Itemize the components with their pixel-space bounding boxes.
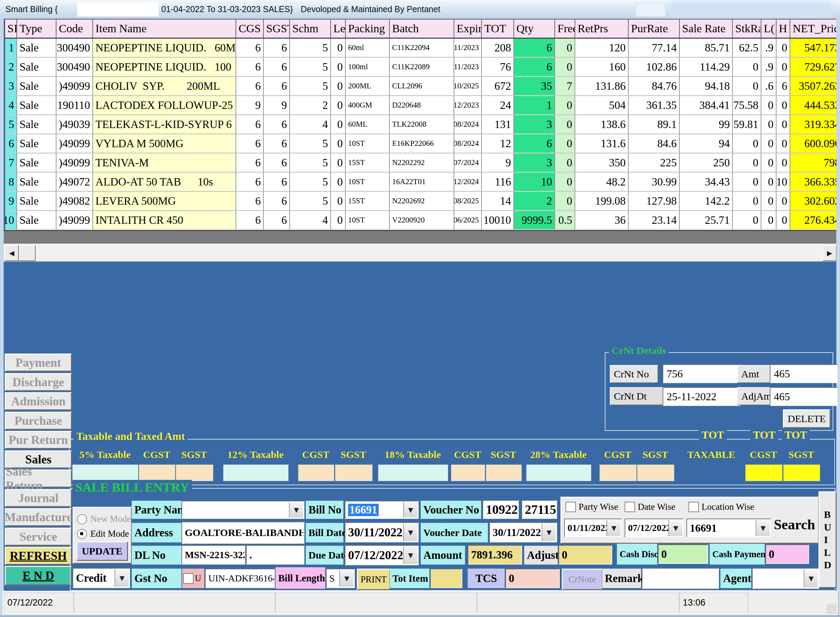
- grid-cell[interactable]: 59.81: [733, 115, 761, 134]
- amt-input[interactable]: 465: [770, 364, 838, 383]
- grid-cell[interactable]: 6: [236, 192, 264, 211]
- sidebar-item-pur-return[interactable]: Pur Return: [5, 431, 72, 449]
- grid-cell[interactable]: NEOPEPTINE LIQUID. 60M: [93, 38, 236, 58]
- grid-cell[interactable]: 84.76: [629, 77, 680, 96]
- grid-cell[interactable]: 6: [514, 58, 555, 77]
- grid-cell[interactable]: 5: [290, 58, 331, 77]
- grid-cell[interactable]: VYLDA M 500MG: [93, 134, 236, 154]
- grid-cell[interactable]: 11/2023: [454, 38, 482, 58]
- grid-cell[interactable]: 0.5: [555, 211, 575, 230]
- grid-cell[interactable]: )49039: [56, 115, 93, 134]
- date-wise-option[interactable]: Date Wise: [625, 502, 675, 512]
- chevron-down-icon[interactable]: ▼: [403, 546, 417, 564]
- grid-cell[interactable]: 300490: [56, 58, 93, 77]
- grid-cell[interactable]: 116: [482, 173, 514, 192]
- grid-cell[interactable]: 131.86: [575, 77, 629, 96]
- sidebar-item-service[interactable]: Service: [5, 528, 72, 546]
- grid-cell[interactable]: 9: [482, 154, 514, 173]
- sidebar-item-manufacture[interactable]: Manufacture: [5, 508, 72, 526]
- new-mode-radio[interactable]: [77, 514, 87, 524]
- print-button[interactable]: PRINT: [357, 568, 391, 590]
- location-wise-option[interactable]: Location Wise: [688, 502, 754, 512]
- column-header[interactable]: Sale Rate: [680, 19, 733, 38]
- grid-cell[interactable]: 0: [777, 154, 790, 173]
- grid-cell[interactable]: 4: [290, 211, 331, 230]
- tax-amount-box[interactable]: [745, 464, 783, 481]
- grid-cell[interactable]: 3: [5, 77, 17, 96]
- sidebar-item-discharge[interactable]: Discharge: [5, 373, 72, 391]
- tax-amount-box[interactable]: [298, 464, 335, 481]
- column-header[interactable]: SI: [5, 19, 17, 38]
- grid-cell[interactable]: 0: [761, 211, 777, 230]
- column-header[interactable]: StkRa: [733, 19, 761, 38]
- column-header[interactable]: Code: [56, 19, 93, 38]
- column-header[interactable]: RetPrs: [575, 19, 629, 38]
- column-header[interactable]: Type: [17, 19, 56, 38]
- address-input[interactable]: GOALTORE-BALIBANDH: [181, 521, 304, 544]
- grid-cell[interactable]: 36: [575, 211, 629, 230]
- grid-cell[interactable]: .6: [761, 77, 777, 96]
- grid-cell[interactable]: 6: [236, 115, 264, 134]
- grid-cell[interactable]: 2: [5, 58, 17, 77]
- grid-cell[interactable]: 0: [733, 58, 761, 77]
- grid-cell[interactable]: 6: [264, 211, 290, 230]
- update-button[interactable]: UPDATE: [76, 542, 128, 561]
- grid-cell[interactable]: 366.335: [790, 173, 840, 192]
- grid-cell[interactable]: 5: [5, 115, 17, 134]
- grid-cell[interactable]: 6: [236, 77, 264, 96]
- grid-cell[interactable]: 400GM: [346, 96, 390, 115]
- grid-cell[interactable]: 60ml: [346, 38, 390, 58]
- grid-cell[interactable]: 160: [575, 58, 629, 77]
- grid-cell[interactable]: 8: [5, 173, 17, 192]
- tax-amount-box[interactable]: [223, 464, 289, 481]
- date-wise-checkbox[interactable]: [625, 502, 635, 512]
- bill-no-dropdown[interactable]: 16691 ▼: [345, 501, 419, 519]
- grid-cell[interactable]: 5: [290, 77, 331, 96]
- grid-cell[interactable]: TLK22008: [390, 115, 454, 134]
- chevron-down-icon[interactable]: ▼: [756, 520, 770, 536]
- grid-cell[interactable]: 0: [555, 134, 575, 154]
- grid-cell[interactable]: 100ml: [346, 58, 390, 77]
- column-header[interactable]: L(: [761, 19, 777, 38]
- tax-amount-box[interactable]: [783, 464, 820, 481]
- grid-cell[interactable]: 0: [555, 38, 575, 58]
- chevron-down-icon[interactable]: ▼: [289, 502, 303, 518]
- grid-cell[interactable]: 10/2025: [454, 77, 482, 96]
- to-date-dropdown[interactable]: 07/12/2022 ▼: [625, 518, 684, 537]
- grid-cell[interactable]: 6: [514, 134, 555, 154]
- grid-cell[interactable]: Sale: [17, 192, 56, 211]
- end-button[interactable]: E N D: [5, 566, 72, 585]
- gst-no-input[interactable]: UIN-ADKF36164: [205, 568, 275, 588]
- chevron-down-icon[interactable]: ▼: [804, 569, 818, 587]
- grid-cell[interactable]: 23.14: [629, 211, 680, 230]
- grid-cell[interactable]: 0: [761, 192, 777, 211]
- scroll-thumb[interactable]: [19, 245, 35, 261]
- bill-length-dropdown[interactable]: S ▼: [326, 568, 355, 588]
- table-row[interactable]: 5Sale)49039TELEKAST-L-KID-SYRUP 6664060M…: [5, 115, 840, 134]
- grid-cell[interactable]: 0: [331, 58, 346, 77]
- grid-cell[interactable]: 0: [777, 96, 790, 115]
- grid-cell[interactable]: 6: [264, 77, 290, 96]
- edit-mode-radio[interactable]: [77, 529, 87, 539]
- tax-amount-box[interactable]: [176, 464, 214, 481]
- grid-cell[interactable]: 4: [290, 115, 331, 134]
- grid-cell[interactable]: )49082: [56, 192, 93, 211]
- bill-date-dropdown[interactable]: 30/11/2022 ▼: [345, 522, 419, 542]
- location-wise-checkbox[interactable]: [688, 502, 699, 512]
- grid-cell[interactable]: 6: [236, 38, 264, 58]
- grid-cell[interactable]: 0: [331, 173, 346, 192]
- grid-cell[interactable]: 0: [733, 211, 761, 230]
- tax-amount-box[interactable]: [486, 464, 522, 481]
- grid-cell[interactable]: 6: [236, 154, 264, 173]
- grid-cell[interactable]: 350: [575, 154, 629, 173]
- grid-cell[interactable]: 07/2024: [454, 154, 482, 173]
- grid-cell[interactable]: 114.29: [680, 58, 733, 77]
- grid-cell[interactable]: 6: [264, 38, 290, 58]
- delete-button[interactable]: DELETE: [783, 409, 831, 428]
- grid-cell[interactable]: 60ML: [346, 115, 390, 134]
- grid-cell[interactable]: TENIVA-M: [93, 154, 236, 173]
- sidebar-item-admission[interactable]: Admission: [5, 392, 72, 410]
- resize-grip[interactable]: [827, 604, 837, 614]
- grid-cell[interactable]: Sale: [17, 115, 56, 134]
- grid-cell[interactable]: NEOPEPTINE LIQUID. 100: [93, 58, 236, 77]
